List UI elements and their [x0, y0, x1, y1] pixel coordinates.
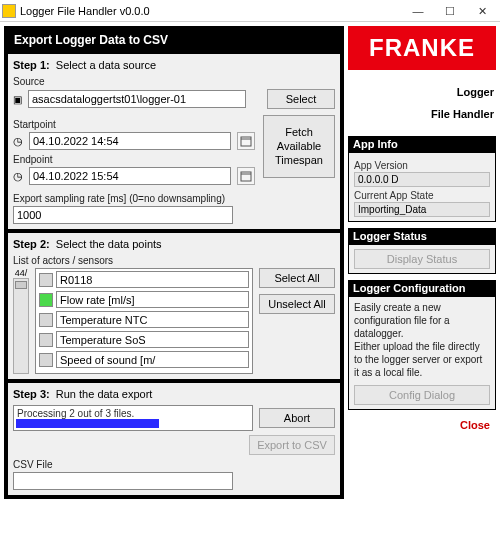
abort-button[interactable]: Abort: [259, 408, 335, 428]
logger-status-header: Logger Status: [348, 228, 496, 244]
step1-title: Step 1: Select a data source: [13, 59, 335, 71]
slider-value: 44/: [15, 268, 28, 278]
select-source-button[interactable]: Select: [267, 89, 335, 109]
step2-title: Step 2: Select the data points: [13, 238, 335, 250]
window-title: Logger File Handler v0.0.0: [20, 5, 402, 17]
appinfo-box: App Version 0.0.0.0 D Current App State …: [348, 152, 496, 222]
unselect-all-button[interactable]: Unselect All: [259, 294, 335, 314]
progress-bar: Processing 2 out of 3 files.: [13, 405, 253, 431]
clock-icon: ◷: [13, 170, 23, 183]
app-version-value: 0.0.0.0 D: [354, 172, 490, 187]
step1-panel: Step 1: Select a data source Source ▣ Se…: [8, 54, 340, 229]
app-title: LoggerFile Handler: [348, 76, 496, 130]
svg-rect-2: [241, 172, 251, 181]
list-item: R0118: [37, 270, 251, 289]
toggle-icon[interactable]: [39, 273, 53, 287]
list-label: List of actors / sensors: [13, 255, 335, 266]
rate-label: Export sampling rate [ms] (0=no downsamp…: [13, 193, 335, 204]
list-item: Speed of sound [m/: [37, 350, 251, 369]
endpoint-calendar-button[interactable]: [237, 167, 255, 185]
window-titlebar: Logger File Handler v0.0.0 — ☐ ✕: [0, 0, 500, 22]
step3-panel: Step 3: Run the data export Processing 2…: [8, 383, 340, 495]
logger-config-header: Logger Configuration: [348, 280, 496, 296]
toggle-icon[interactable]: [39, 333, 53, 347]
close-button[interactable]: Close: [348, 416, 496, 434]
csv-file-label: CSV File: [13, 459, 335, 470]
app-state-value: Importing_Data: [354, 202, 490, 217]
close-window-button[interactable]: ✕: [466, 1, 498, 21]
appinfo-header: App Info: [348, 136, 496, 152]
source-input[interactable]: [28, 90, 246, 108]
endpoint-label: Endpoint: [13, 154, 255, 165]
brand-logo: FRANKE: [348, 26, 496, 70]
list-item: Temperature SoS: [37, 330, 251, 349]
clock-icon: ◷: [13, 135, 23, 148]
minimize-button[interactable]: —: [402, 1, 434, 21]
export-banner: Export Logger Data to CSV: [8, 30, 340, 50]
step2-panel: Step 2: Select the data points List of a…: [8, 233, 340, 379]
toggle-icon[interactable]: [39, 353, 53, 367]
csv-file-input[interactable]: [13, 472, 233, 490]
display-status-button[interactable]: Display Status: [354, 249, 490, 269]
maximize-button[interactable]: ☐: [434, 1, 466, 21]
startpoint-label: Startpoint: [13, 119, 255, 130]
list-slider[interactable]: [13, 278, 29, 374]
endpoint-input[interactable]: [29, 167, 231, 185]
toggle-icon[interactable]: [39, 313, 53, 327]
rate-input[interactable]: [13, 206, 233, 224]
select-all-button[interactable]: Select All: [259, 268, 335, 288]
step3-title: Step 3: Run the data export: [13, 388, 335, 400]
list-item: Flow rate [ml/s]: [37, 290, 251, 309]
list-item: Temperature NTC: [37, 310, 251, 329]
folder-icon: ▣: [13, 94, 22, 105]
config-dialog-button[interactable]: Config Dialog: [354, 385, 490, 405]
source-label: Source: [13, 76, 335, 87]
fetch-timespan-button[interactable]: Fetch Available Timespan: [263, 115, 335, 178]
logger-config-desc: Easily create a new configuration file f…: [354, 301, 490, 379]
app-version-label: App Version: [354, 160, 490, 171]
startpoint-calendar-button[interactable]: [237, 132, 255, 150]
toggle-icon[interactable]: [39, 293, 53, 307]
app-state-label: Current App State: [354, 190, 490, 201]
sensor-listbox[interactable]: R0118 Flow rate [ml/s] Temperature NTC T…: [35, 268, 253, 374]
app-icon: [2, 4, 16, 18]
export-csv-button[interactable]: Export to CSV: [249, 435, 335, 455]
svg-rect-0: [241, 137, 251, 146]
progress-text: Processing 2 out of 3 files.: [17, 408, 249, 419]
startpoint-input[interactable]: [29, 132, 231, 150]
